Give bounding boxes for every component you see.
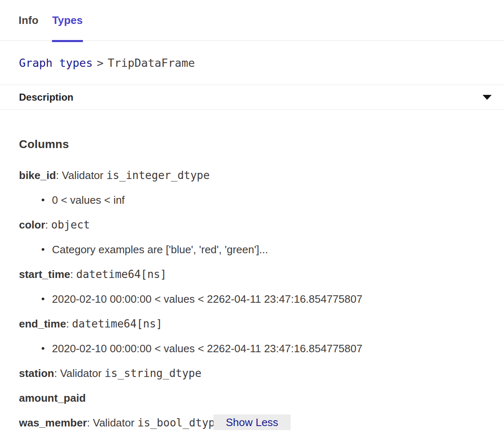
breadcrumb-link-graph-types[interactable]: Graph types [19, 57, 93, 69]
column-name: start_time [19, 268, 70, 280]
column-entry-amount_paid: amount_paid [19, 391, 485, 405]
constraint-text: 2020-02-10 00:00:00 < values < 2262-04-1… [52, 342, 363, 355]
column-constraint: •0 < values < inf [19, 193, 485, 207]
bullet-icon: • [41, 342, 52, 355]
column-entry-end_time: end_time: datetime64[ns] [19, 317, 485, 330]
description-title: Description [19, 92, 73, 103]
column-type-code: is_bool_dtype [137, 417, 221, 429]
column-validator-label: : Validator [54, 367, 104, 379]
breadcrumb-current-type: TripDataFrame [108, 57, 195, 69]
constraint-text: 0 < values < inf [52, 193, 125, 207]
chevron-down-icon[interactable] [483, 95, 492, 100]
column-type-code: is_string_dtype [105, 367, 202, 379]
tab-types[interactable]: Types [52, 0, 82, 41]
column-entry-bike_id: bike_id: Validator is_integer_dtype [19, 169, 485, 182]
breadcrumb: Graph types > TripDataFrame [0, 41, 504, 85]
column-entry-station: station: Validator is_string_dtype [19, 367, 485, 380]
column-name: bike_id [19, 169, 56, 181]
column-constraint: •2020-02-10 00:00:00 < values < 2262-04-… [19, 342, 485, 355]
column-validator-label: : [70, 268, 76, 280]
column-validator-label: : [66, 318, 72, 330]
show-less-button[interactable]: Show Less [214, 414, 291, 430]
column-name: station [19, 367, 54, 379]
column-name: color [19, 219, 45, 231]
column-validator-label: : [45, 219, 51, 231]
column-validator-label: : Validator [87, 417, 137, 429]
tab-bar: Info Types [0, 0, 504, 41]
constraint-text: 2020-02-10 00:00:00 < values < 2262-04-1… [52, 292, 363, 306]
column-name: end_time [19, 318, 66, 330]
column-name: amount_paid [19, 392, 86, 404]
bullet-icon: • [41, 193, 52, 207]
breadcrumb-separator: > [97, 57, 104, 69]
column-type-code: datetime64[ns] [76, 268, 167, 280]
columns-list: bike_id: Validator is_integer_dtype•0 < … [19, 169, 485, 429]
column-type-code: is_integer_dtype [106, 169, 210, 181]
tab-info[interactable]: Info [19, 0, 38, 41]
column-validator-label: : Validator [56, 169, 106, 181]
description-section-header[interactable]: Description [0, 85, 504, 110]
bullet-icon: • [41, 292, 52, 306]
column-constraint: •2020-02-10 00:00:00 < values < 2262-04-… [19, 292, 485, 306]
column-constraint: •Category examples are ['blue', 'red', '… [19, 243, 485, 256]
column-entry-start_time: start_time: datetime64[ns] [19, 268, 485, 281]
columns-section: Columns bike_id: Validator is_integer_dt… [0, 110, 504, 429]
bullet-icon: • [41, 243, 52, 256]
column-name: was_member [19, 417, 87, 429]
column-entry-color: color: object [19, 218, 485, 231]
constraint-text: Category examples are ['blue', 'red', 'g… [52, 243, 268, 256]
column-type-code: datetime64[ns] [72, 318, 163, 330]
column-type-code: object [51, 219, 90, 231]
columns-heading: Columns [19, 137, 485, 152]
